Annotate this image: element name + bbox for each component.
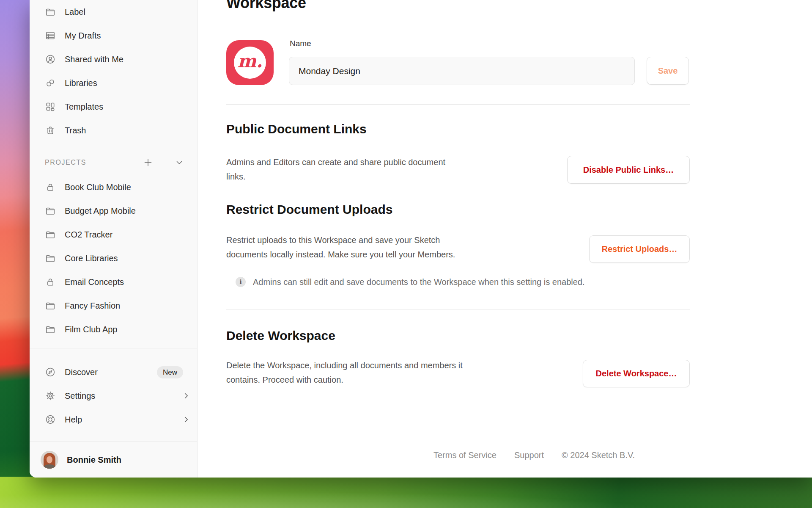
projects-header-label: PROJECTS <box>45 159 86 166</box>
folder-icon <box>45 205 56 216</box>
user-name: Bonnie Smith <box>67 455 121 465</box>
project-item-text: Film Club App <box>65 325 118 334</box>
sidebar-item-label[interactable]: Label <box>30 0 197 24</box>
sidebar-bottom-panel: Discover New Settings Help <box>30 348 197 442</box>
project-item[interactable]: CO2 Tracker <box>30 223 197 246</box>
add-project-button[interactable] <box>143 157 153 168</box>
trash-icon <box>45 125 56 136</box>
gear-icon <box>45 390 56 401</box>
folder-icon <box>45 253 56 264</box>
project-item-text: Email Concepts <box>65 277 124 287</box>
compass-icon <box>45 367 56 378</box>
templates-icon <box>45 101 56 112</box>
chevron-right-icon <box>181 391 191 400</box>
restrict-uploads-heading: Restrict Document Uploads <box>226 202 392 217</box>
sidebar-item-shared-with-me[interactable]: Shared with Me <box>30 47 197 71</box>
sidebar-item-libraries[interactable]: Libraries <box>30 71 197 95</box>
new-badge: New <box>157 366 183 378</box>
sidebar-item-trash[interactable]: Trash <box>30 119 197 142</box>
name-field-label: Name <box>290 39 311 48</box>
user-menu[interactable]: Bonnie Smith <box>30 442 197 478</box>
project-item[interactable]: Core Libraries <box>30 246 197 270</box>
delete-workspace-button[interactable]: Delete Workspace… <box>583 360 690 387</box>
sidebar-item-templates[interactable]: Templates <box>30 95 197 119</box>
sidebar-item-text: Discover <box>65 367 98 377</box>
project-item[interactable]: Email Concepts <box>30 270 197 294</box>
lock-icon <box>45 276 56 287</box>
sidebar-item-text: Libraries <box>65 78 97 88</box>
divider <box>226 309 690 309</box>
project-item[interactable]: Budget App Mobile <box>30 199 197 223</box>
avatar <box>41 451 58 469</box>
sidebar-item-text: Help <box>65 415 82 425</box>
support-link[interactable]: Support <box>514 450 544 460</box>
project-item-text: Core Libraries <box>65 254 118 263</box>
info-icon: i <box>236 277 246 287</box>
app-window: Label My Drafts Shared with Me Libraries… <box>30 0 812 478</box>
project-item-text: CO2 Tracker <box>65 230 112 240</box>
note-text: Admins can still edit and save documents… <box>253 277 585 287</box>
restrict-uploads-button[interactable]: Restrict Uploads… <box>589 235 690 263</box>
folder-icon <box>45 229 56 240</box>
sidebar-item-help[interactable]: Help <box>30 408 197 431</box>
folder-icon <box>45 6 56 17</box>
projects-list: Book Club Mobile Budget App Mobile CO2 T… <box>30 175 197 348</box>
workspace-name-input[interactable] <box>289 57 635 85</box>
lifebuoy-icon <box>45 414 56 425</box>
save-button[interactable]: Save <box>647 57 689 85</box>
project-item-text: Budget App Mobile <box>65 206 136 216</box>
sidebar: Label My Drafts Shared with Me Libraries… <box>30 0 198 478</box>
workspace-logo-letter: m. <box>237 52 262 73</box>
project-item[interactable]: Book Club Mobile <box>30 175 197 199</box>
project-item-text: Book Club Mobile <box>65 182 131 192</box>
project-item-text: Fancy Fashion <box>65 301 120 311</box>
main-panel: Workspace m. Name Save Public Document L… <box>198 0 812 478</box>
copyright-text: © 2024 Sketch B.V. <box>562 450 635 460</box>
divider <box>226 104 690 105</box>
sidebar-item-discover[interactable]: Discover New <box>30 360 197 384</box>
libraries-icon <box>45 77 56 88</box>
project-item[interactable]: Fancy Fashion <box>30 294 197 318</box>
person-icon <box>45 54 56 65</box>
sidebar-item-settings[interactable]: Settings <box>30 384 197 408</box>
page-footer: Terms of Service Support © 2024 Sketch B… <box>433 450 635 460</box>
public-links-heading: Public Document Links <box>226 122 367 136</box>
folder-icon <box>45 324 56 335</box>
workspace-logo-circle: m. <box>234 47 266 79</box>
delete-workspace-heading: Delete Workspace <box>226 329 335 343</box>
sidebar-item-text: Shared with Me <box>65 55 123 64</box>
page-title: Workspace <box>226 0 306 12</box>
terms-of-service-link[interactable]: Terms of Service <box>433 450 497 460</box>
projects-header: PROJECTS <box>30 152 197 174</box>
project-item[interactable]: Food App Proposals <box>30 341 197 348</box>
sidebar-nav: Label My Drafts Shared with Me Libraries… <box>30 0 197 142</box>
sidebar-item-my-drafts[interactable]: My Drafts <box>30 24 197 47</box>
drafts-icon <box>45 30 56 41</box>
sidebar-item-text: Settings <box>65 391 95 401</box>
public-links-description: Admins and Editors can create and share … <box>226 155 445 184</box>
project-item[interactable]: Film Club App <box>30 318 197 341</box>
sidebar-item-text: Trash <box>65 126 86 135</box>
restrict-uploads-description: Restrict uploads to this Workspace and s… <box>226 233 455 262</box>
chevron-right-icon <box>181 415 191 424</box>
folder-icon <box>45 300 56 311</box>
sidebar-item-text: My Drafts <box>65 31 101 41</box>
collapse-projects-button[interactable] <box>174 157 184 168</box>
sidebar-item-text: Label <box>65 7 85 17</box>
sidebar-item-text: Templates <box>65 102 103 112</box>
desktop-wallpaper <box>0 477 812 508</box>
workspace-logo[interactable]: m. <box>226 40 274 85</box>
disable-public-links-button[interactable]: Disable Public Links… <box>567 156 690 184</box>
lock-icon <box>45 182 56 193</box>
restrict-uploads-note: i Admins can still edit and save documen… <box>236 277 585 287</box>
delete-workspace-description: Delete the Workspace, including all docu… <box>226 358 463 387</box>
